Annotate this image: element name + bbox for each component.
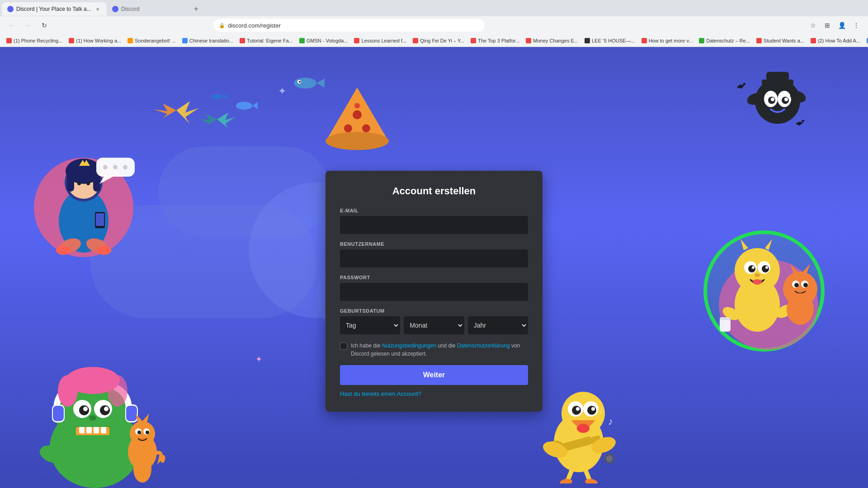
- bm6-favicon: [299, 38, 305, 43]
- bm8-favicon: [413, 38, 418, 43]
- username-input[interactable]: [340, 249, 528, 267]
- bm1-label: (1) Phone Recycling...: [14, 38, 62, 43]
- bm12-favicon: [642, 38, 647, 43]
- dob-label: GEBURTSDATUM: [340, 308, 528, 314]
- bm7-label: Lessons Learned f...: [361, 38, 406, 43]
- tab-bar: Discord | Your Place to Talk a... ✕ Disc…: [0, 0, 868, 16]
- svg-point-131: [297, 80, 301, 84]
- bm13-favicon: [699, 38, 704, 43]
- bm3-label: Sonderangebot! ...: [135, 38, 176, 43]
- bookmark-8[interactable]: Qing Fei De Yi – Y...: [410, 37, 467, 44]
- register-modal: Account erstellen E-MAIL BENUTZERNAME PA…: [326, 171, 542, 412]
- bm8-label: Qing Fei De Yi – Y...: [420, 38, 464, 43]
- bm13-label: Datenschutz – Re...: [706, 38, 750, 43]
- bookmark-11[interactable]: LEE 'S HOUSE—...: [582, 37, 638, 44]
- dob-day-select[interactable]: Tag for(let i=1;i<=31;i++) document.writ…: [340, 316, 400, 334]
- svg-rect-47: [766, 72, 789, 81]
- tab-discord2[interactable]: Discord: [107, 2, 188, 16]
- terms-mid: und die: [436, 343, 457, 349]
- terms-before: Ich habe die: [351, 343, 382, 349]
- bookmark-7[interactable]: Lessons Learned f...: [351, 37, 409, 44]
- forward-button[interactable]: →: [22, 19, 34, 32]
- email-group: E-MAIL: [340, 208, 528, 234]
- discord-favicon: [7, 6, 14, 12]
- bm4-favicon: [182, 38, 188, 43]
- bookmark-12[interactable]: How to get more v...: [639, 37, 696, 44]
- bookmarks-bar: (1) Phone Recycling... (1) How Working a…: [0, 34, 868, 47]
- dob-month-select[interactable]: Monat JanuarFebruarMärz AprilMaiJuni Jul…: [404, 316, 464, 334]
- dob-selects: Tag for(let i=1;i<=31;i++) document.writ…: [340, 316, 528, 334]
- bm12-label: How to get more v...: [649, 38, 693, 43]
- email-label: E-MAIL: [340, 208, 528, 213]
- bm11-favicon: [585, 38, 590, 43]
- svg-marker-130: [316, 79, 325, 88]
- bm11-label: LEE 'S HOUSE—...: [592, 38, 635, 43]
- terms-link-1[interactable]: Nutzungsbedingungen: [382, 343, 436, 349]
- bm9-favicon: [471, 38, 476, 43]
- svg-point-129: [294, 78, 316, 89]
- bookmark-13[interactable]: Datenschutz – Re...: [696, 37, 753, 44]
- bm14-label: Student Wants a...: [764, 38, 804, 43]
- fish-top: [289, 72, 326, 94]
- login-link[interactable]: Hast du bereits einen Account?: [340, 390, 528, 397]
- dob-group: GEBURTSDATUM Tag for(let i=1;i<=31;i++) …: [340, 308, 528, 334]
- terms-group: Ich habe die Nutzungsbedingungen und die…: [340, 342, 528, 358]
- bookmark-9[interactable]: The Top 3 Platfor...: [468, 37, 522, 44]
- password-input[interactable]: [340, 283, 528, 301]
- submit-button[interactable]: Weiter: [340, 365, 528, 385]
- bm7-favicon: [354, 38, 359, 43]
- dob-year-select[interactable]: Jahr for(let y=2024;y>=1900;y--) documen…: [468, 316, 528, 334]
- new-tab-button[interactable]: +: [190, 3, 203, 15]
- extensions-icon[interactable]: ⊞: [821, 19, 834, 32]
- bm4-label: Chinese translatio...: [189, 38, 233, 43]
- menu-icon[interactable]: ⋮: [850, 19, 863, 32]
- bm5-favicon: [240, 38, 245, 43]
- bm10-favicon: [526, 38, 531, 43]
- email-input[interactable]: [340, 216, 528, 234]
- username-label: BENUTZERNAME: [340, 241, 528, 247]
- bm9-label: The Top 3 Platfor...: [478, 38, 519, 43]
- bm6-label: GMSN - Vologda...: [307, 38, 348, 43]
- bookmark-2[interactable]: (1) How Working a...: [66, 37, 124, 44]
- password-label: PASSWORT: [340, 275, 528, 280]
- bm15-label: (2) How To Add A...: [818, 38, 860, 43]
- bookmark-15[interactable]: (2) How To Add A...: [808, 37, 863, 44]
- svg-rect-46: [762, 80, 793, 85]
- bm3-favicon: [127, 38, 133, 43]
- bm2-label: (1) How Working a...: [76, 38, 121, 43]
- bm15-favicon: [811, 38, 816, 43]
- page-background: ✦ ✦ ✦: [0, 47, 868, 488]
- tab-close-btn[interactable]: ✕: [94, 5, 101, 13]
- tab2-label: Discord: [121, 6, 140, 12]
- bm2-favicon: [69, 38, 74, 43]
- toolbar-right: ☆ ⊞ 👤 ⋮: [807, 19, 863, 32]
- svg-point-132: [299, 81, 301, 83]
- address-bar: ← → ↻ 🔒 discord.com/register ☆ ⊞ 👤 ⋮: [0, 16, 868, 34]
- bm1-favicon: [6, 38, 12, 43]
- bookmark-14[interactable]: Student Wants a...: [754, 37, 807, 44]
- refresh-button[interactable]: ↻: [38, 19, 51, 32]
- bookmark-star-icon[interactable]: ☆: [807, 19, 819, 32]
- bm5-label: Tutorial: Eigene Fa...: [247, 38, 293, 43]
- tab-label: Discord | Your Place to Talk a...: [16, 6, 91, 12]
- profile-icon[interactable]: 👤: [835, 19, 848, 32]
- bookmark-4[interactable]: Chinese translatio...: [179, 37, 236, 44]
- terms-checkbox[interactable]: [340, 343, 347, 350]
- terms-link-2[interactable]: Datenschutzerklärung: [457, 343, 510, 349]
- back-button[interactable]: ←: [5, 19, 18, 32]
- discord2-favicon: [112, 6, 118, 12]
- modal-title: Account erstellen: [340, 185, 528, 197]
- username-group: BENUTZERNAME: [340, 241, 528, 267]
- url-text: discord.com/register: [228, 22, 281, 29]
- bookmark-5[interactable]: Tutorial: Eigene Fa...: [237, 37, 296, 44]
- bookmark-6[interactable]: GMSN - Vologda...: [297, 37, 351, 44]
- bookmark-1[interactable]: (1) Phone Recycling...: [4, 37, 65, 44]
- bookmark-10[interactable]: Money Changes E...: [523, 37, 581, 44]
- password-group: PASSWORT: [340, 275, 528, 301]
- bm14-favicon: [756, 38, 762, 43]
- bookmark-16[interactable]: Download – Cook...: [864, 37, 868, 44]
- url-bar[interactable]: 🔒 discord.com/register: [213, 19, 485, 32]
- bookmark-3[interactable]: Sonderangebot! ...: [125, 37, 179, 44]
- browser-chrome: Discord | Your Place to Talk a... ✕ Disc…: [0, 0, 868, 47]
- tab-discord[interactable]: Discord | Your Place to Talk a... ✕: [2, 2, 107, 16]
